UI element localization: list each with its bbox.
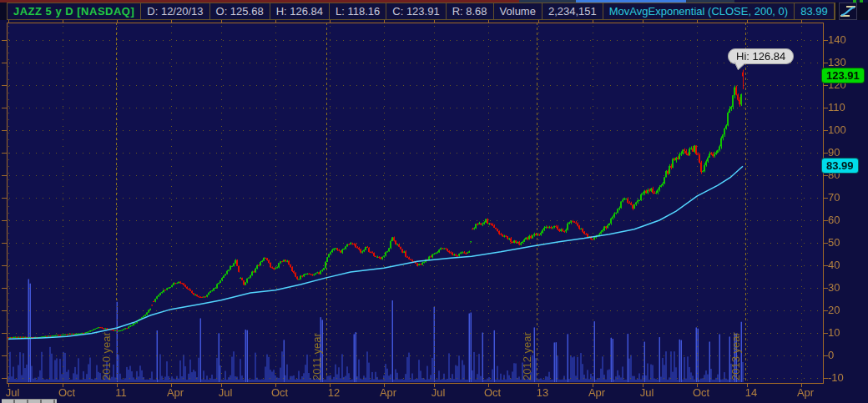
line-curve-icon xyxy=(840,5,856,18)
x-axis-label: 11 xyxy=(106,386,136,399)
y-axis-label: 140 xyxy=(828,33,846,46)
y-axis-label: 0 xyxy=(828,349,834,361)
x-axis-label: Apr xyxy=(373,386,403,399)
ohlc-readout-group: D: 12/20/13O: 125.68H: 126.84L: 118.16C:… xyxy=(141,3,493,20)
chart-header-bar: JAZZ 5 y D [NASDAQ] D: 12/20/13O: 125.68… xyxy=(0,3,868,20)
x-axis-label: Apr xyxy=(790,386,820,399)
indicator-value: 83.99 xyxy=(794,3,835,20)
ohlc-field: O: 125.68 xyxy=(209,3,270,20)
y-axis-label: 100 xyxy=(828,123,846,136)
volume-value: 2,234,151 xyxy=(542,3,603,20)
ohlc-field: L: 118.16 xyxy=(329,3,386,20)
year-marker-label: 2013 year xyxy=(729,332,742,380)
x-axis-label: Jul xyxy=(0,386,28,399)
year-marker-label: 2011 year xyxy=(310,333,323,380)
y-axis-label: 20 xyxy=(828,304,840,316)
x-axis-label: Apr xyxy=(160,386,190,399)
x-axis-label: 14 xyxy=(736,386,766,399)
ohlc-field: H: 126.84 xyxy=(270,3,330,20)
window-taskbar-fragment xyxy=(2,399,57,403)
y-axis-label: 50 xyxy=(828,236,840,249)
x-axis-label: Oct xyxy=(686,386,716,399)
x-axis-label: 12 xyxy=(319,386,349,399)
ohlc-field: C: 123.91 xyxy=(386,3,446,20)
ticker-symbol[interactable]: JAZZ 5 y D [NASDAQ] xyxy=(7,3,141,20)
chart-window: JAZZ 5 y D [NASDAQ] D: 12/20/13O: 125.68… xyxy=(0,0,868,403)
y-axis-label: 30 xyxy=(828,281,840,294)
x-axis-label: Jul xyxy=(210,386,240,399)
year-marker-label: 2010 year xyxy=(100,332,113,380)
ohlc-field: R: 8.68 xyxy=(446,3,494,20)
x-axis-label: Oct xyxy=(265,386,295,399)
ema-value-badge: 83.99 xyxy=(822,159,858,173)
indicator-label[interactable]: MovAvgExponential (CLOSE, 200, 0) xyxy=(603,3,795,20)
y-axis-label: 40 xyxy=(828,259,840,271)
last-price-badge: 123.91 xyxy=(822,68,864,83)
x-axis-label: Jul xyxy=(423,386,453,399)
x-axis-label: Oct xyxy=(477,386,507,399)
high-price-tooltip: Hi: 126.84 xyxy=(728,48,794,64)
x-axis-label: 13 xyxy=(527,386,558,399)
ohlc-field: D: 12/20/13 xyxy=(140,3,209,20)
header-spacer xyxy=(834,3,835,20)
y-axis-label: 70 xyxy=(828,191,840,204)
y-axis-label: 10 xyxy=(828,326,840,339)
y-axis-label: -10 xyxy=(828,371,844,384)
y-axis-label: 130 xyxy=(828,56,846,68)
y-axis-label: 110 xyxy=(828,101,845,113)
y-axis-label: 90 xyxy=(828,146,840,159)
y-axis-label: 60 xyxy=(828,214,840,226)
x-axis-label: Apr xyxy=(582,386,612,399)
chart-style-button[interactable] xyxy=(839,3,857,20)
year-marker-label: 2012 year xyxy=(521,332,533,380)
x-axis-label: Oct xyxy=(52,386,82,399)
volume-label: Volume xyxy=(493,3,542,20)
x-axis-label: Jul xyxy=(632,386,662,399)
